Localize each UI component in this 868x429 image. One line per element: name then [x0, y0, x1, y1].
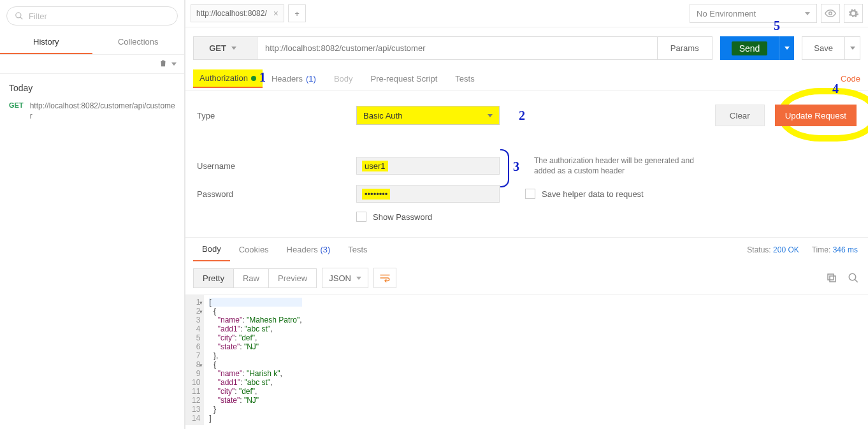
- chevron-down-icon: [850, 47, 855, 50]
- tab-body[interactable]: Body: [325, 68, 362, 90]
- code-link[interactable]: Code: [841, 68, 860, 90]
- show-password-label: Show Password: [373, 212, 432, 222]
- svg-line-7: [855, 279, 858, 282]
- chevron-down-icon: [805, 12, 810, 15]
- trash-menu-caret[interactable]: [171, 62, 177, 66]
- view-pretty-button[interactable]: Pretty: [194, 269, 234, 287]
- request-tab-title: http://localhost:8082/: [196, 9, 267, 18]
- clear-button[interactable]: Clear: [715, 105, 765, 126]
- save-helper-label: Save helper data to request: [542, 189, 644, 199]
- format-select[interactable]: JSON: [322, 268, 368, 288]
- resp-tab-headers[interactable]: Headers (3): [278, 238, 340, 261]
- environment-label: No Environment: [697, 9, 756, 18]
- send-button[interactable]: Send: [720, 36, 779, 60]
- annotation-2: 2: [519, 108, 525, 123]
- annotation-1: 1: [259, 70, 266, 85]
- response-body[interactable]: 1▾2▾345678▾91011121314 [ { "name": "Mahe…: [185, 294, 868, 425]
- env-quicklook-button[interactable]: [821, 4, 840, 23]
- auth-type-select[interactable]: Basic Auth: [356, 106, 500, 125]
- auth-type-value: Basic Auth: [363, 111, 402, 120]
- svg-point-6: [849, 273, 856, 280]
- svg-point-0: [16, 13, 21, 18]
- chevron-down-icon: [231, 47, 236, 50]
- close-tab-icon[interactable]: ×: [273, 8, 278, 18]
- update-request-button[interactable]: Update Request: [775, 105, 857, 126]
- trash-icon[interactable]: [159, 59, 169, 69]
- tab-authorization[interactable]: Authorization: [193, 69, 263, 88]
- view-preview-button[interactable]: Preview: [269, 269, 316, 287]
- resp-time: Time: 346 ms: [812, 245, 858, 254]
- copy-response-button[interactable]: [825, 271, 839, 285]
- tab-tests[interactable]: Tests: [446, 68, 483, 90]
- resp-time-label: Time:: [812, 245, 831, 254]
- show-password-checkbox[interactable]: [356, 212, 366, 222]
- history-item-method: GET: [9, 101, 24, 109]
- tab-headers[interactable]: Headers (1): [263, 68, 325, 90]
- auth-type-label: Type: [197, 111, 356, 120]
- params-button[interactable]: Params: [658, 36, 712, 60]
- view-mode-segment: Pretty Raw Preview: [193, 268, 317, 288]
- filter-placeholder: Filter: [29, 11, 47, 21]
- eye-icon: [825, 8, 836, 19]
- copy-icon: [826, 272, 837, 284]
- username-label: Username: [197, 161, 356, 171]
- resp-status-value: 200 OK: [773, 245, 799, 254]
- resp-tab-headers-label: Headers: [287, 245, 318, 254]
- auth-helper-text: The authorization header will be generat…: [534, 156, 700, 176]
- auth-active-dot-icon: [251, 76, 256, 81]
- format-value: JSON: [329, 273, 351, 283]
- svg-line-1: [20, 17, 23, 20]
- history-item[interactable]: GET http://localhost:8082/customer/api/c…: [0, 97, 184, 127]
- resp-tab-tests[interactable]: Tests: [339, 238, 376, 261]
- password-label: Password: [197, 189, 356, 199]
- wrap-lines-button[interactable]: [373, 268, 396, 288]
- chevron-down-icon: [356, 277, 361, 280]
- username-value: user1: [362, 161, 388, 171]
- sidebar: Filter History Collections Today GET htt…: [0, 0, 185, 429]
- sidebar-tab-history[interactable]: History: [0, 31, 92, 54]
- send-dropdown-button[interactable]: [779, 36, 794, 60]
- resp-status-label: Status:: [747, 245, 770, 254]
- svg-rect-4: [830, 276, 835, 282]
- method-value: GET: [209, 43, 226, 53]
- svg-rect-5: [828, 274, 834, 280]
- resp-tab-headers-count: (3): [320, 245, 330, 254]
- url-input[interactable]: http://localhost:8082/customer/api/custo…: [257, 36, 658, 60]
- request-tab[interactable]: http://localhost:8082/ ×: [191, 4, 284, 22]
- username-input[interactable]: user1: [356, 157, 500, 175]
- password-value: ••••••••: [362, 189, 390, 200]
- tab-headers-count: (1): [306, 74, 316, 84]
- resp-time-value: 346 ms: [833, 245, 858, 254]
- save-helper-checkbox[interactable]: [525, 189, 535, 199]
- chevron-down-icon: [785, 47, 790, 50]
- chevron-down-icon: [488, 114, 493, 117]
- tab-headers-label: Headers: [271, 74, 303, 84]
- svg-point-2: [829, 12, 832, 15]
- send-button-label: Send: [732, 41, 768, 55]
- main-panel: http://localhost:8082/ × + No Environmen…: [185, 0, 868, 429]
- tab-prerequest[interactable]: Pre-request Script: [362, 68, 447, 90]
- resp-tab-cookies[interactable]: Cookies: [230, 238, 278, 261]
- sidebar-tab-collections[interactable]: Collections: [92, 31, 185, 54]
- save-button[interactable]: Save: [802, 37, 844, 59]
- password-input[interactable]: ••••••••: [356, 185, 500, 203]
- method-select[interactable]: GET: [193, 36, 257, 60]
- wrap-icon: [379, 273, 391, 282]
- filter-input[interactable]: Filter: [6, 6, 178, 25]
- search-response-button[interactable]: [846, 271, 860, 285]
- search-icon: [15, 11, 24, 20]
- history-section-today: Today: [0, 74, 184, 97]
- view-raw-button[interactable]: Raw: [234, 269, 269, 287]
- resp-tab-body[interactable]: Body: [193, 238, 230, 261]
- history-item-url: http://localhost:8082/customer/api/custo…: [30, 101, 175, 121]
- save-dropdown-button[interactable]: [844, 37, 860, 59]
- search-icon: [848, 272, 859, 284]
- environment-select[interactable]: No Environment: [690, 4, 817, 23]
- authorization-panel: Type Basic Auth 2 Clear Update Request 4…: [185, 91, 868, 237]
- gear-icon: [848, 8, 859, 19]
- tab-authorization-label: Authorization: [199, 73, 248, 83]
- settings-button[interactable]: [844, 4, 863, 23]
- add-tab-button[interactable]: +: [288, 4, 306, 22]
- resp-status: Status: 200 OK: [747, 245, 799, 254]
